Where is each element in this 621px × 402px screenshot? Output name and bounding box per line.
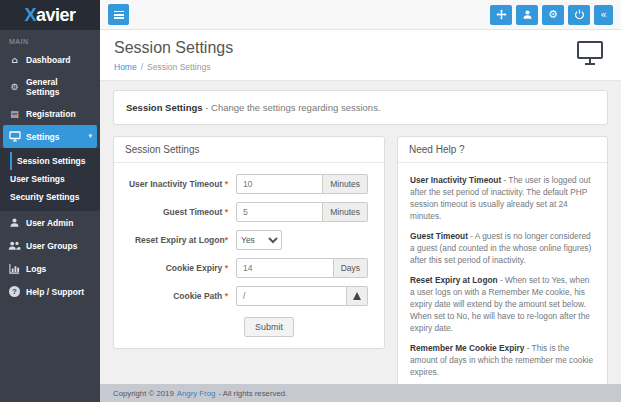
- input-addon: Days: [334, 258, 368, 278]
- form-row-guest-timeout: Guest Timeout * Minutes: [126, 202, 372, 222]
- gears-icon: ⚙: [8, 83, 21, 92]
- required-marker: *: [225, 235, 228, 245]
- sidebar-item-general-settings[interactable]: ⚙ General Settings: [0, 71, 100, 103]
- required-marker: *: [225, 291, 228, 301]
- user-profile-button[interactable]: [516, 5, 538, 25]
- intro-text: Change the settings regarding sessions.: [211, 102, 381, 113]
- angle-double-left-icon: «: [600, 9, 607, 20]
- user-icon: [8, 217, 21, 228]
- list-icon: ▤: [8, 110, 21, 119]
- sidebar: Xavier MAIN ⌂ Dashboard ⚙ General Settin…: [0, 0, 100, 402]
- footer-link[interactable]: Angry Frog: [177, 389, 216, 398]
- required-marker: *: [225, 207, 228, 217]
- user-inactivity-timeout-input[interactable]: [236, 174, 323, 194]
- question-mark-glyph: ?: [9, 286, 20, 297]
- intro-separator: -: [205, 102, 208, 113]
- input-addon: [347, 286, 368, 306]
- sidebar-item-label: Help / Support: [26, 287, 84, 297]
- need-help-panel: Need Help ? User Inactivity Timeout - Th…: [397, 136, 608, 384]
- intro-banner: Session Settings - Change the settings r…: [113, 90, 608, 125]
- question-icon: ?: [8, 286, 21, 297]
- field-label: Cookie Expiry *: [126, 263, 236, 273]
- page-title: Session Settings: [114, 39, 607, 57]
- field-label: Guest Timeout *: [126, 207, 236, 217]
- breadcrumb-separator: /: [141, 62, 143, 72]
- brand-logo[interactable]: Xavier: [0, 0, 100, 30]
- field-label: Cookie Path *: [126, 291, 236, 301]
- menu-toggle-button[interactable]: [108, 4, 129, 25]
- sidebar-item-label: Registration: [26, 109, 76, 119]
- input-addon: Minutes: [323, 174, 368, 194]
- help-item: Guest Timeout - A guest is no longer con…: [410, 230, 595, 266]
- app-window: Xavier MAIN ⌂ Dashboard ⚙ General Settin…: [0, 0, 621, 402]
- settings-button[interactable]: ⚙: [542, 5, 564, 25]
- sidebar-item-logs[interactable]: Logs: [0, 257, 100, 280]
- sidebar-item-label: Settings: [26, 132, 60, 142]
- monitor-icon: [8, 131, 21, 142]
- required-marker: *: [225, 179, 228, 189]
- settings-submenu: Session Settings User Settings Security …: [0, 148, 100, 211]
- logout-button[interactable]: [568, 5, 590, 25]
- help-item: Reset Expiry at Logon - When set to Yes,…: [410, 274, 595, 334]
- sidebar-item-user-groups[interactable]: User Groups: [0, 234, 100, 257]
- sidebar-item-user-admin[interactable]: User Admin: [0, 211, 100, 234]
- breadcrumb: Home / Session Settings: [114, 62, 607, 72]
- submit-button[interactable]: Submit: [244, 317, 294, 337]
- monitor-icon: [575, 40, 605, 66]
- reset-expiry-select[interactable]: Yes: [236, 230, 282, 250]
- collapse-sidebar-button[interactable]: «: [594, 5, 613, 25]
- sidebar-item-label: General Settings: [26, 77, 92, 97]
- top-navbar: ⚙ «: [100, 0, 621, 30]
- help-item: Remember Me Cookie Expiry - This is the …: [410, 342, 595, 378]
- chevron-down-icon: ▾: [88, 133, 92, 140]
- sidebar-item-label: User Admin: [26, 218, 73, 228]
- panel-title: Session Settings: [114, 137, 384, 163]
- fullscreen-button[interactable]: [490, 5, 512, 25]
- footer-rights: - All rights reserved.: [218, 389, 287, 398]
- session-settings-panel: Session Settings User Inactivity Timeout…: [113, 136, 385, 349]
- sidebar-item-help-support[interactable]: ? Help / Support: [0, 280, 100, 303]
- main-area: ⚙ « Session Settings Home / Session Sett…: [100, 0, 621, 402]
- sidebar-item-label: Logs: [26, 264, 46, 274]
- brand-first-letter: X: [24, 5, 36, 26]
- user-icon: [522, 9, 533, 20]
- bar-chart-icon: [8, 263, 21, 274]
- intro-title: Session Settings: [126, 102, 203, 113]
- form-row-cookie-path: Cookie Path *: [126, 286, 372, 306]
- required-marker: *: [225, 263, 228, 273]
- sidebar-item-dashboard[interactable]: ⌂ Dashboard: [0, 49, 100, 71]
- brand-rest: avier: [36, 5, 76, 26]
- field-label: User Inactivity Timeout *: [126, 179, 236, 189]
- submenu-item-session-settings[interactable]: Session Settings: [10, 152, 100, 170]
- form-row-cookie-expiry: Cookie Expiry * Days: [126, 258, 372, 278]
- form-row-user-inactivity-timeout: User Inactivity Timeout * Minutes: [126, 174, 372, 194]
- breadcrumb-home-link[interactable]: Home: [114, 62, 137, 72]
- input-addon: Minutes: [323, 202, 368, 222]
- cookie-expiry-input[interactable]: [236, 258, 334, 278]
- breadcrumb-current: Session Settings: [147, 62, 210, 72]
- sidebar-item-settings[interactable]: Settings ▾: [3, 125, 97, 148]
- content-area: Session Settings - Change the settings r…: [100, 81, 621, 384]
- power-icon: [574, 9, 585, 20]
- panel-title: Need Help ?: [398, 137, 607, 163]
- form-row-reset-expiry: Reset Expiry at Logon* Yes: [126, 230, 372, 250]
- submenu-item-security-settings[interactable]: Security Settings: [0, 188, 100, 206]
- home-icon: ⌂: [8, 56, 21, 65]
- users-icon: [8, 240, 21, 251]
- gear-icon: ⚙: [548, 9, 558, 20]
- help-text: User Inactivity Timeout - The user is lo…: [398, 163, 607, 384]
- hamburger-icon: [114, 11, 124, 19]
- page-header: Session Settings Home / Session Settings: [100, 30, 621, 81]
- guest-timeout-input[interactable]: [236, 202, 323, 222]
- sidebar-item-label: Dashboard: [26, 55, 70, 65]
- road-icon: [353, 292, 361, 300]
- cookie-path-input[interactable]: [236, 286, 347, 306]
- submenu-item-user-settings[interactable]: User Settings: [0, 170, 100, 188]
- sidebar-section-label: MAIN: [0, 30, 100, 49]
- sidebar-item-registration[interactable]: ▤ Registration: [0, 103, 100, 125]
- navbar-actions: ⚙ «: [490, 5, 613, 25]
- field-label: Reset Expiry at Logon*: [126, 235, 236, 245]
- sidebar-item-label: User Groups: [26, 241, 78, 251]
- footer-copyright: Copyright © 2019: [113, 389, 174, 398]
- help-item: User Inactivity Timeout - The user is lo…: [410, 174, 595, 222]
